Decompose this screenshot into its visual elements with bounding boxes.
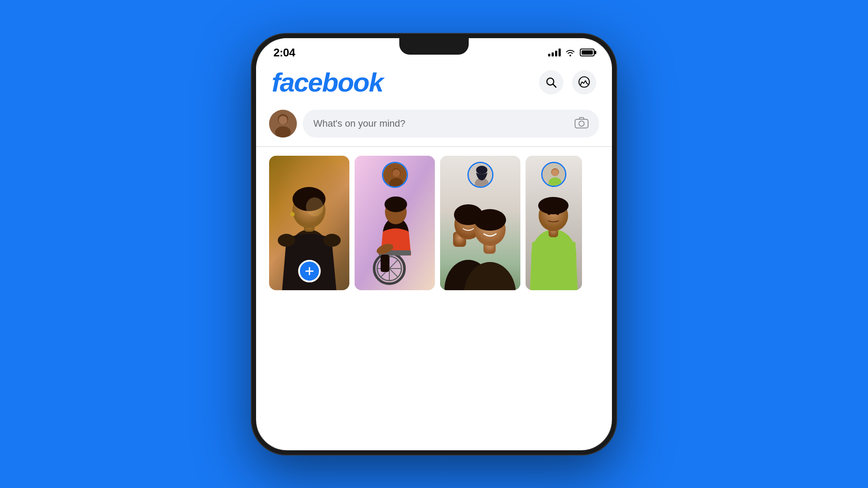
user-avatar (269, 110, 297, 138)
signal-bar-2 (552, 52, 554, 56)
story-2[interactable] (355, 156, 435, 290)
svg-point-14 (290, 212, 295, 216)
post-input-section: What's on your mind? (256, 105, 612, 147)
plus-icon (304, 266, 315, 276)
story-3-avatar-ring (467, 162, 493, 188)
facebook-logo: facebook (272, 69, 383, 96)
story-4-avatar-ring (541, 162, 566, 187)
add-story-button[interactable] (298, 260, 321, 282)
header-icons (539, 70, 596, 95)
svg-line-1 (553, 84, 556, 87)
phone-frame: 2:04 (252, 34, 616, 455)
status-time: 2:04 (273, 46, 295, 59)
story-2-avatar-ring (382, 162, 408, 188)
svg-point-45 (474, 209, 506, 231)
svg-point-6 (279, 116, 287, 124)
svg-point-36 (392, 169, 400, 177)
search-button[interactable] (539, 70, 563, 95)
post-placeholder: What's on your mind? (313, 118, 405, 129)
messenger-icon (578, 76, 591, 89)
camera-icon (575, 117, 589, 129)
background: 2:04 (252, 34, 616, 455)
svg-point-58 (556, 211, 559, 215)
phone-inner: 2:04 (256, 38, 612, 450)
svg-point-56 (538, 197, 569, 214)
search-icon (545, 76, 557, 88)
wifi-icon (565, 49, 575, 56)
svg-point-47 (492, 224, 496, 228)
story-3[interactable] (440, 156, 520, 290)
signal-bar-4 (559, 49, 561, 56)
svg-point-23 (385, 197, 407, 212)
phone-notch (399, 38, 469, 55)
svg-point-62 (552, 169, 559, 176)
status-icons (548, 49, 595, 56)
svg-point-8 (579, 121, 584, 126)
signal-bar-1 (548, 54, 550, 56)
svg-point-57 (547, 211, 551, 215)
messenger-button[interactable] (572, 70, 596, 95)
svg-point-17 (306, 197, 323, 216)
signal-bar-3 (555, 51, 557, 56)
svg-rect-32 (381, 255, 389, 272)
phone-wrapper: 2:04 (252, 34, 616, 455)
post-input-bar[interactable]: What's on your mind? (303, 110, 599, 138)
stories-section (256, 147, 612, 290)
signal-bars (548, 49, 561, 56)
battery-icon (580, 49, 595, 56)
svg-point-15 (278, 234, 295, 247)
svg-point-16 (323, 234, 341, 247)
svg-point-51 (476, 166, 487, 174)
story-add[interactable] (269, 156, 349, 290)
story-4[interactable] (526, 156, 582, 290)
camera-button[interactable] (575, 117, 589, 131)
svg-point-46 (484, 224, 488, 228)
app-header: facebook (256, 64, 612, 105)
